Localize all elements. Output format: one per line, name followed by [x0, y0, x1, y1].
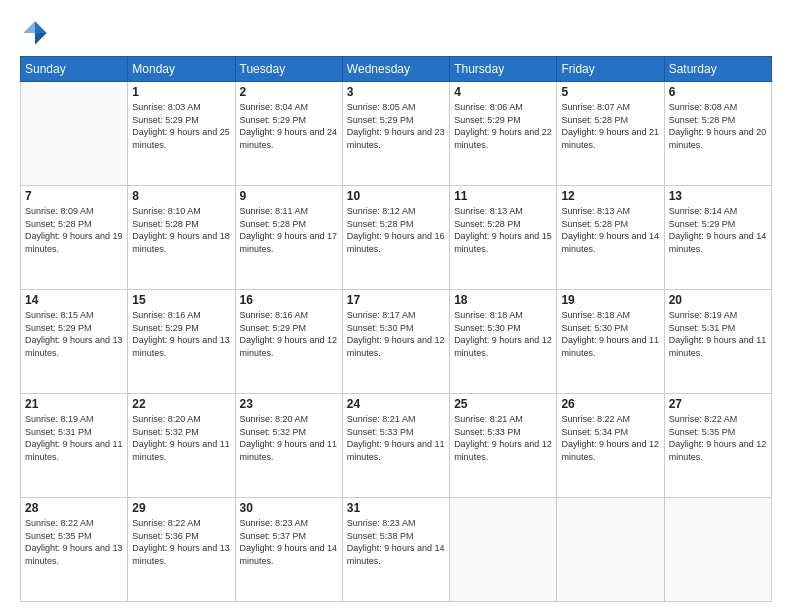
- day-number: 20: [669, 293, 767, 307]
- day-info: Sunrise: 8:23 AM Sunset: 5:37 PM Dayligh…: [240, 517, 338, 567]
- calendar-cell: 9Sunrise: 8:11 AM Sunset: 5:28 PM Daylig…: [235, 186, 342, 290]
- day-number: 23: [240, 397, 338, 411]
- day-number: 30: [240, 501, 338, 515]
- calendar-cell: 14Sunrise: 8:15 AM Sunset: 5:29 PM Dayli…: [21, 290, 128, 394]
- day-info: Sunrise: 8:03 AM Sunset: 5:29 PM Dayligh…: [132, 101, 230, 151]
- calendar-cell: 13Sunrise: 8:14 AM Sunset: 5:29 PM Dayli…: [664, 186, 771, 290]
- day-number: 31: [347, 501, 445, 515]
- weekday-header-saturday: Saturday: [664, 57, 771, 82]
- day-info: Sunrise: 8:19 AM Sunset: 5:31 PM Dayligh…: [669, 309, 767, 359]
- day-number: 1: [132, 85, 230, 99]
- calendar-week-row: 7Sunrise: 8:09 AM Sunset: 5:28 PM Daylig…: [21, 186, 772, 290]
- day-info: Sunrise: 8:07 AM Sunset: 5:28 PM Dayligh…: [561, 101, 659, 151]
- day-number: 5: [561, 85, 659, 99]
- calendar-cell: 8Sunrise: 8:10 AM Sunset: 5:28 PM Daylig…: [128, 186, 235, 290]
- calendar-cell: 30Sunrise: 8:23 AM Sunset: 5:37 PM Dayli…: [235, 498, 342, 602]
- svg-marker-0: [35, 21, 47, 33]
- day-info: Sunrise: 8:06 AM Sunset: 5:29 PM Dayligh…: [454, 101, 552, 151]
- day-number: 15: [132, 293, 230, 307]
- weekday-header-tuesday: Tuesday: [235, 57, 342, 82]
- day-number: 14: [25, 293, 123, 307]
- calendar-cell: 27Sunrise: 8:22 AM Sunset: 5:35 PM Dayli…: [664, 394, 771, 498]
- day-info: Sunrise: 8:16 AM Sunset: 5:29 PM Dayligh…: [132, 309, 230, 359]
- calendar-cell: 23Sunrise: 8:20 AM Sunset: 5:32 PM Dayli…: [235, 394, 342, 498]
- calendar-cell: 25Sunrise: 8:21 AM Sunset: 5:33 PM Dayli…: [450, 394, 557, 498]
- calendar-cell: 29Sunrise: 8:22 AM Sunset: 5:36 PM Dayli…: [128, 498, 235, 602]
- day-info: Sunrise: 8:22 AM Sunset: 5:36 PM Dayligh…: [132, 517, 230, 567]
- day-number: 28: [25, 501, 123, 515]
- calendar-cell: 10Sunrise: 8:12 AM Sunset: 5:28 PM Dayli…: [342, 186, 449, 290]
- weekday-header-sunday: Sunday: [21, 57, 128, 82]
- weekday-header-wednesday: Wednesday: [342, 57, 449, 82]
- day-info: Sunrise: 8:14 AM Sunset: 5:29 PM Dayligh…: [669, 205, 767, 255]
- day-number: 13: [669, 189, 767, 203]
- calendar-cell: 4Sunrise: 8:06 AM Sunset: 5:29 PM Daylig…: [450, 82, 557, 186]
- day-number: 22: [132, 397, 230, 411]
- header: [20, 18, 772, 48]
- calendar-cell: 2Sunrise: 8:04 AM Sunset: 5:29 PM Daylig…: [235, 82, 342, 186]
- calendar-cell: 28Sunrise: 8:22 AM Sunset: 5:35 PM Dayli…: [21, 498, 128, 602]
- day-info: Sunrise: 8:18 AM Sunset: 5:30 PM Dayligh…: [561, 309, 659, 359]
- day-info: Sunrise: 8:11 AM Sunset: 5:28 PM Dayligh…: [240, 205, 338, 255]
- day-number: 29: [132, 501, 230, 515]
- day-number: 6: [669, 85, 767, 99]
- day-info: Sunrise: 8:16 AM Sunset: 5:29 PM Dayligh…: [240, 309, 338, 359]
- day-info: Sunrise: 8:12 AM Sunset: 5:28 PM Dayligh…: [347, 205, 445, 255]
- day-info: Sunrise: 8:10 AM Sunset: 5:28 PM Dayligh…: [132, 205, 230, 255]
- day-number: 25: [454, 397, 552, 411]
- logo-icon: [20, 18, 50, 48]
- calendar-cell: 31Sunrise: 8:23 AM Sunset: 5:38 PM Dayli…: [342, 498, 449, 602]
- calendar-cell: 21Sunrise: 8:19 AM Sunset: 5:31 PM Dayli…: [21, 394, 128, 498]
- page: SundayMondayTuesdayWednesdayThursdayFrid…: [0, 0, 792, 612]
- calendar-cell: 6Sunrise: 8:08 AM Sunset: 5:28 PM Daylig…: [664, 82, 771, 186]
- day-number: 2: [240, 85, 338, 99]
- calendar-cell: 20Sunrise: 8:19 AM Sunset: 5:31 PM Dayli…: [664, 290, 771, 394]
- calendar-cell: [557, 498, 664, 602]
- day-number: 24: [347, 397, 445, 411]
- day-number: 18: [454, 293, 552, 307]
- logo: [20, 18, 54, 48]
- day-number: 11: [454, 189, 552, 203]
- calendar-cell: 22Sunrise: 8:20 AM Sunset: 5:32 PM Dayli…: [128, 394, 235, 498]
- calendar-week-row: 28Sunrise: 8:22 AM Sunset: 5:35 PM Dayli…: [21, 498, 772, 602]
- calendar-cell: 24Sunrise: 8:21 AM Sunset: 5:33 PM Dayli…: [342, 394, 449, 498]
- day-info: Sunrise: 8:22 AM Sunset: 5:34 PM Dayligh…: [561, 413, 659, 463]
- day-number: 21: [25, 397, 123, 411]
- calendar-cell: 17Sunrise: 8:17 AM Sunset: 5:30 PM Dayli…: [342, 290, 449, 394]
- day-info: Sunrise: 8:15 AM Sunset: 5:29 PM Dayligh…: [25, 309, 123, 359]
- day-number: 16: [240, 293, 338, 307]
- day-info: Sunrise: 8:20 AM Sunset: 5:32 PM Dayligh…: [240, 413, 338, 463]
- calendar-cell: 18Sunrise: 8:18 AM Sunset: 5:30 PM Dayli…: [450, 290, 557, 394]
- day-info: Sunrise: 8:05 AM Sunset: 5:29 PM Dayligh…: [347, 101, 445, 151]
- calendar-week-row: 14Sunrise: 8:15 AM Sunset: 5:29 PM Dayli…: [21, 290, 772, 394]
- calendar-cell: 19Sunrise: 8:18 AM Sunset: 5:30 PM Dayli…: [557, 290, 664, 394]
- calendar-week-row: 1Sunrise: 8:03 AM Sunset: 5:29 PM Daylig…: [21, 82, 772, 186]
- day-number: 3: [347, 85, 445, 99]
- day-number: 10: [347, 189, 445, 203]
- calendar-cell: 12Sunrise: 8:13 AM Sunset: 5:28 PM Dayli…: [557, 186, 664, 290]
- calendar-cell: 16Sunrise: 8:16 AM Sunset: 5:29 PM Dayli…: [235, 290, 342, 394]
- day-number: 8: [132, 189, 230, 203]
- day-number: 27: [669, 397, 767, 411]
- calendar-table: SundayMondayTuesdayWednesdayThursdayFrid…: [20, 56, 772, 602]
- day-info: Sunrise: 8:20 AM Sunset: 5:32 PM Dayligh…: [132, 413, 230, 463]
- calendar-cell: [664, 498, 771, 602]
- day-info: Sunrise: 8:13 AM Sunset: 5:28 PM Dayligh…: [561, 205, 659, 255]
- day-info: Sunrise: 8:13 AM Sunset: 5:28 PM Dayligh…: [454, 205, 552, 255]
- day-number: 4: [454, 85, 552, 99]
- weekday-header-thursday: Thursday: [450, 57, 557, 82]
- calendar-cell: 26Sunrise: 8:22 AM Sunset: 5:34 PM Dayli…: [557, 394, 664, 498]
- weekday-header-friday: Friday: [557, 57, 664, 82]
- weekday-header-monday: Monday: [128, 57, 235, 82]
- day-number: 7: [25, 189, 123, 203]
- calendar-cell: 5Sunrise: 8:07 AM Sunset: 5:28 PM Daylig…: [557, 82, 664, 186]
- svg-marker-2: [23, 21, 35, 33]
- day-number: 26: [561, 397, 659, 411]
- day-info: Sunrise: 8:23 AM Sunset: 5:38 PM Dayligh…: [347, 517, 445, 567]
- calendar-cell: 3Sunrise: 8:05 AM Sunset: 5:29 PM Daylig…: [342, 82, 449, 186]
- calendar-cell: [450, 498, 557, 602]
- calendar-week-row: 21Sunrise: 8:19 AM Sunset: 5:31 PM Dayli…: [21, 394, 772, 498]
- day-info: Sunrise: 8:22 AM Sunset: 5:35 PM Dayligh…: [25, 517, 123, 567]
- day-number: 17: [347, 293, 445, 307]
- calendar-cell: [21, 82, 128, 186]
